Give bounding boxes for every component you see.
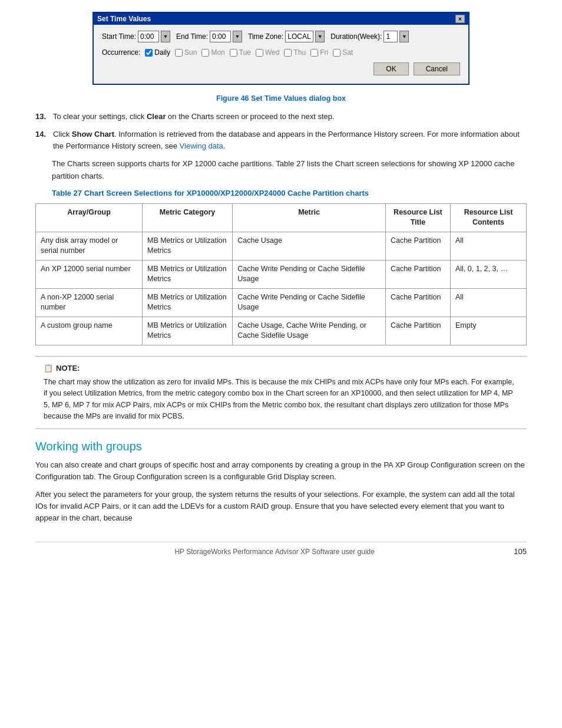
start-time-dropdown[interactable]: ▼ — [161, 31, 170, 42]
col-array-group: Array/Group — [36, 203, 143, 232]
occurrence-label: Occurrence: — [102, 48, 140, 57]
end-time-dropdown[interactable]: ▼ — [233, 31, 242, 42]
table-cell: Cache Partition — [385, 288, 450, 317]
cancel-button[interactable]: Cancel — [414, 62, 460, 75]
checkbox-thu[interactable]: Thu — [284, 48, 306, 57]
table-cell: Cache Usage, Cache Write Pending, or Cac… — [233, 317, 386, 345]
table-row: An XP 12000 serial numberMB Metrics or U… — [36, 260, 527, 288]
checkbox-fri[interactable]: Fri — [310, 48, 328, 57]
note-title: 📋 NOTE: — [44, 363, 518, 374]
footer-center: HP StorageWorks Performance Advisor XP S… — [174, 548, 375, 556]
col-metric: Metric — [233, 203, 386, 232]
checkbox-daily[interactable]: Daily — [145, 48, 170, 57]
col-resource-list-title: Resource List Title — [385, 203, 450, 232]
checkbox-sun[interactable]: Sun — [175, 48, 197, 57]
table-cell: A non-XP 12000 serial number — [36, 288, 143, 317]
set-time-values-dialog: Set Time Values × Start Time: ▼ End Time… — [92, 12, 470, 85]
note-text: The chart may show the utilization as ze… — [44, 377, 518, 423]
table-cell: Cache Write Pending or Cache Sidefile Us… — [233, 260, 386, 288]
start-time-label: Start Time: — [102, 32, 136, 41]
dialog-close-button[interactable]: × — [455, 15, 465, 23]
table-row: A non-XP 12000 serial numberMB Metrics o… — [36, 288, 527, 317]
duration-input[interactable] — [384, 31, 398, 42]
table-cell: Cache Partition — [385, 317, 450, 345]
start-time-group: Start Time: ▼ — [102, 31, 170, 42]
table-row: Any disk array model or serial numberMB … — [36, 232, 527, 260]
table-27-ref: Table 27 — [276, 159, 305, 168]
col-resource-list-contents: Resource List Contents — [450, 203, 526, 232]
note-box: 📋 NOTE: The chart may show the utilizati… — [35, 356, 527, 429]
dialog-buttons: OK Cancel — [102, 62, 460, 78]
timezone-dropdown[interactable]: ▼ — [315, 31, 325, 42]
note-icon: 📋 — [44, 363, 53, 374]
timezone-group: Time Zone: ▼ — [248, 31, 325, 42]
checkbox-tue[interactable]: Tue — [230, 48, 251, 57]
checkbox-wed[interactable]: Wed — [256, 48, 279, 57]
duration-group: Duration(Week): ▼ — [330, 31, 409, 42]
section-heading: Working with groups — [35, 440, 527, 453]
table-cell: MB Metrics or Utilization Metrics — [142, 288, 232, 317]
dialog-titlebar: Set Time Values × — [94, 13, 468, 25]
step-13-number: 13. — [35, 111, 48, 123]
timezone-input[interactable] — [285, 31, 313, 42]
table-cell: Empty — [450, 317, 526, 345]
section-para-2: After you select the parameters for your… — [35, 489, 527, 524]
table-cell: Cache Write Pending or Cache Sidefile Us… — [233, 288, 386, 317]
checkbox-mon[interactable]: Mon — [201, 48, 224, 57]
table-cell: Cache Partition — [385, 260, 450, 288]
table-cell: MB Metrics or Utilization Metrics — [142, 317, 232, 345]
duration-dropdown[interactable]: ▼ — [399, 31, 409, 42]
table-27-heading: Table 27 Chart Screen Selections for XP1… — [52, 188, 527, 199]
dialog-title: Set Time Values — [97, 15, 151, 23]
dialog-time-row: Start Time: ▼ End Time: ▼ Time Zone: ▼ D… — [102, 31, 460, 42]
end-time-input[interactable] — [210, 31, 231, 42]
table-cell: MB Metrics or Utilization Metrics — [142, 260, 232, 288]
step-13: 13. To clear your settings, click Clear … — [35, 111, 527, 123]
table-cell: All — [450, 288, 526, 317]
step-13-text: To clear your settings, click Clear on t… — [53, 111, 335, 123]
page-footer: HP StorageWorks Performance Advisor XP S… — [35, 542, 527, 556]
occurrence-row: Occurrence: Daily Sun Mon Tue Wed T — [102, 48, 460, 57]
end-time-group: End Time: ▼ — [176, 31, 242, 42]
step-14-number: 14. — [35, 129, 48, 152]
start-time-input[interactable] — [138, 31, 159, 42]
step-14: 14. Click Show Chart. Information is ret… — [35, 129, 527, 152]
table-cell: Cache Usage — [233, 232, 386, 260]
table-cell: MB Metrics or Utilization Metrics — [142, 232, 232, 260]
table-cell: Cache Partition — [385, 232, 450, 260]
viewing-data-link[interactable]: Viewing data — [180, 141, 223, 150]
checkbox-sat[interactable]: Sat — [333, 48, 353, 57]
col-metric-category: Metric Category — [142, 203, 232, 232]
page-number: 105 — [514, 547, 527, 556]
figure-caption: Figure 46 Set Time Values dialog box — [35, 94, 527, 103]
table-cell: All — [450, 232, 526, 260]
duration-label: Duration(Week): — [330, 32, 382, 41]
step-14-text: Click Show Chart. Information is retriev… — [53, 129, 527, 152]
table-header-row: Array/Group Metric Category Metric Resou… — [36, 203, 527, 232]
dialog-wrapper: Set Time Values × Start Time: ▼ End Time… — [35, 12, 527, 85]
section-para-1: You can also create and chart groups of … — [35, 459, 527, 483]
table-cell: An XP 12000 serial number — [36, 260, 143, 288]
para-1: The Charts screen supports charts for XP… — [52, 158, 527, 182]
table-cell: A custom group name — [36, 317, 143, 345]
ok-button[interactable]: OK — [373, 62, 408, 75]
end-time-label: End Time: — [176, 32, 208, 41]
chart-selections-table: Array/Group Metric Category Metric Resou… — [35, 203, 527, 345]
table-cell: All, 0, 1, 2, 3, … — [450, 260, 526, 288]
dialog-body: Start Time: ▼ End Time: ▼ Time Zone: ▼ D… — [94, 25, 468, 84]
timezone-label: Time Zone: — [248, 32, 283, 41]
table-cell: Any disk array model or serial number — [36, 232, 143, 260]
table-row: A custom group nameMB Metrics or Utiliza… — [36, 317, 527, 345]
